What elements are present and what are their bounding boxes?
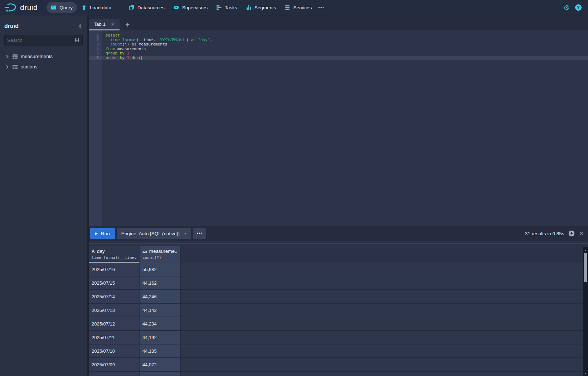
- nav-item-segments[interactable]: Segments: [242, 2, 281, 13]
- download-icon[interactable]: [568, 230, 575, 237]
- supervisors-icon: [173, 5, 179, 10]
- segments-icon: [246, 5, 252, 10]
- query-workbench: Tab 1 ✕ + 123456 select time_format(__ti…: [89, 15, 588, 376]
- engine-select-button[interactable]: Engine: Auto [SQL (native)] ▼: [117, 228, 191, 239]
- caret-down-icon: ▼: [184, 232, 187, 235]
- string-type-icon: A: [92, 249, 95, 254]
- cell-day[interactable]: 2025/07/12: [89, 317, 140, 330]
- cell-measurements[interactable]: 44,246: [140, 290, 181, 303]
- column-expression: time_format(__time,…: [92, 255, 136, 260]
- cell-day[interactable]: 2025/07/10: [89, 344, 140, 357]
- sql-editor[interactable]: 123456 select time_format(__time, 'YYYY/…: [89, 30, 588, 226]
- scroll-down-icon[interactable]: ▼: [583, 371, 588, 375]
- column-header-measurements[interactable]: 123 measureme... count(*): [140, 246, 181, 263]
- code-lines[interactable]: select time_format(__time, 'YYYY/MM/dd')…: [102, 30, 588, 226]
- chevron-right-icon[interactable]: [5, 65, 9, 69]
- cell-measurements[interactable]: 55,982: [140, 263, 181, 276]
- code-line[interactable]: group by 1: [102, 51, 588, 56]
- search-input[interactable]: [7, 38, 74, 43]
- tree-item-label: stations: [21, 64, 38, 69]
- sidebar-item-measurements[interactable]: measurements: [4, 51, 83, 62]
- navbar-right: ⚙ ?: [563, 4, 584, 11]
- cell-day[interactable]: 2025/07/13: [89, 304, 140, 317]
- double-caret-vertical-icon[interactable]: [78, 23, 83, 29]
- nav-item-load-data[interactable]: Load data: [77, 2, 116, 13]
- settings-gear-icon[interactable]: ⚙: [563, 4, 569, 11]
- code-line[interactable]: from measurements: [102, 47, 588, 52]
- navbar: druid Query Load data Datasources Superv…: [0, 0, 588, 15]
- nav-item-label: Query: [59, 5, 73, 10]
- column-header-day[interactable]: A day time_format(__time,…: [89, 246, 140, 263]
- navbar-divider: [42, 4, 42, 11]
- sidebar-item-stations[interactable]: stations: [4, 62, 83, 72]
- run-bar: ▶ Run Engine: Auto [SQL (native)] ▼ ••• …: [89, 226, 588, 241]
- table-row: 2025/07/1044,135: [89, 344, 583, 358]
- filter-sliders-icon[interactable]: [74, 37, 80, 43]
- line-number: 4: [89, 47, 102, 52]
- cell-measurements[interactable]: 44,162: [140, 276, 181, 289]
- cell-day[interactable]: 2025/07/16: [89, 263, 140, 276]
- nav-item-tasks[interactable]: Tasks: [212, 2, 242, 13]
- druid-logo[interactable]: druid: [4, 2, 38, 13]
- nav-more-button[interactable]: •••: [316, 5, 327, 10]
- editor-gutter: 123456: [89, 30, 102, 226]
- cell-measurements[interactable]: 44,192: [140, 331, 181, 344]
- table-row: 2025/07/1655,982: [89, 263, 583, 276]
- code-line[interactable]: order by 1 desc: [102, 56, 588, 61]
- chevron-right-icon[interactable]: [5, 54, 9, 59]
- tab-label: Tab 1: [94, 21, 106, 27]
- nav-item-datasources[interactable]: Datasources: [125, 2, 169, 13]
- nav-item-label: Datasources: [137, 5, 165, 10]
- row-filler: [181, 290, 583, 303]
- row-filler: [181, 263, 583, 276]
- results-header-row: A day time_format(__time,… 123 measureme…: [89, 246, 583, 263]
- row-filler: [181, 372, 583, 376]
- table-row-partial: [89, 372, 583, 376]
- table-row: 2025/07/1444,246: [89, 290, 583, 304]
- navbar-divider: [120, 4, 120, 11]
- scrollbar-thumb[interactable]: [584, 253, 587, 282]
- row-filler: [181, 304, 583, 317]
- results-body: 2025/07/1655,9822025/07/1544,1622025/07/…: [89, 263, 583, 372]
- code-line[interactable]: count(*) as measurements: [102, 42, 588, 47]
- cell-measurements[interactable]: 44,072: [140, 358, 181, 371]
- datasource-tree: measurements stations: [4, 51, 83, 72]
- cell-day[interactable]: 2025/07/14: [89, 290, 140, 303]
- new-tab-button[interactable]: +: [120, 19, 135, 30]
- nav-item-label: Segments: [254, 5, 276, 10]
- column-expression: count(*): [142, 255, 177, 260]
- code-line[interactable]: time_format(__time, 'YYYY/MM/dd') as "da…: [102, 38, 588, 43]
- scroll-up-icon[interactable]: ▲: [583, 248, 588, 252]
- engine-label: Engine: Auto [SQL (native)]: [121, 231, 180, 236]
- close-results-icon[interactable]: ✕: [579, 230, 584, 237]
- tree-item-label: measurements: [21, 54, 53, 59]
- nav-item-query[interactable]: Query: [47, 2, 77, 13]
- results-status: 31 results in 0.85s: [525, 231, 564, 236]
- nav-item-services[interactable]: Services: [280, 2, 316, 13]
- query-icon: [51, 5, 57, 10]
- cell-measurements[interactable]: 44,142: [140, 304, 181, 317]
- number-type-icon: 123: [142, 250, 147, 254]
- cell-day[interactable]: 2025/07/11: [89, 331, 140, 344]
- cell-day[interactable]: 2025/07/15: [89, 276, 140, 289]
- tab-query-1[interactable]: Tab 1 ✕: [89, 19, 120, 30]
- brand-wordmark: druid: [20, 3, 38, 12]
- results-table: A day time_format(__time,… 123 measureme…: [89, 246, 583, 376]
- cell-day: [89, 372, 140, 376]
- cell-day[interactable]: 2025/07/09: [89, 358, 140, 371]
- cell-measurements[interactable]: 44,234: [140, 317, 181, 330]
- vertical-scrollbar[interactable]: ▲ ▼: [583, 247, 588, 376]
- nav-item-supervisors[interactable]: Supervisors: [169, 2, 212, 13]
- cell-measurements[interactable]: 44,135: [140, 344, 181, 357]
- line-number: 2: [89, 38, 102, 43]
- load-data-icon: [81, 5, 87, 10]
- column-name: day: [97, 249, 105, 254]
- query-more-button[interactable]: •••: [193, 228, 206, 239]
- line-number: 1: [89, 33, 102, 38]
- help-icon[interactable]: ?: [575, 4, 582, 11]
- nav-item-label: Supervisors: [182, 5, 208, 10]
- run-button[interactable]: ▶ Run: [90, 228, 115, 239]
- tab-close-icon[interactable]: ✕: [111, 21, 115, 27]
- column-name: measureme...: [149, 249, 177, 254]
- row-filler: [181, 276, 583, 289]
